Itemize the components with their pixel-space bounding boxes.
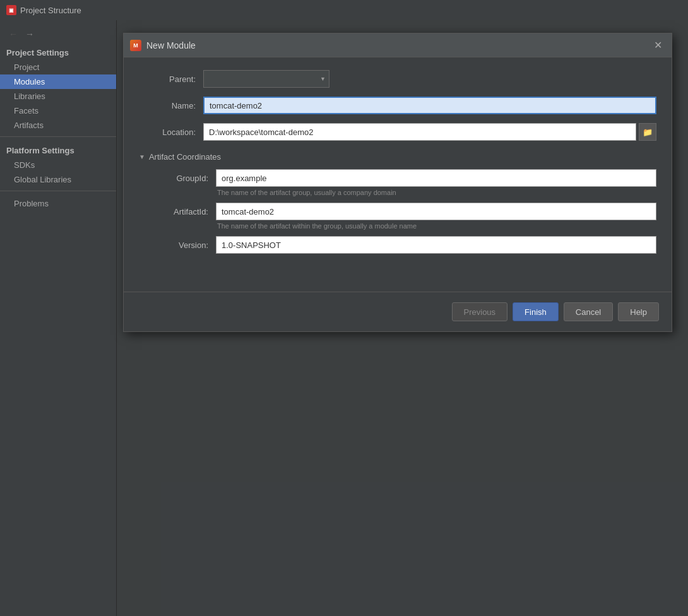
groupid-label: GroupId: [151,174,208,183]
artifactid-input[interactable] [216,203,656,220]
dialog-footer: Previous Finish Cancel Help [124,292,672,331]
help-button[interactable]: Help [618,302,659,321]
app-title: Project Structure [20,6,81,15]
cancel-button[interactable]: Cancel [564,302,613,321]
close-button[interactable]: ✕ [650,38,665,53]
artifact-section-title: Artifact Coordinates [149,152,221,162]
name-label: Name: [139,101,196,110]
sidebar-nav: ← → [0,25,116,43]
sidebar-divider [0,136,116,137]
dialog-titlebar: M New Module ✕ [124,33,672,57]
sidebar-item-global-libraries[interactable]: Global Libraries [0,172,116,187]
sidebar-item-problems[interactable]: Problems [0,196,116,211]
nav-back-icon[interactable]: ← [6,28,20,40]
artifactid-hint: The name of the artifact within the grou… [217,222,656,230]
location-row: Location: 📁 [139,123,656,141]
groupid-row: GroupId: The name of the artifact group,… [151,169,656,196]
parent-label: Parent: [139,74,196,84]
platform-settings-title: Platform Settings [0,141,116,158]
artifactid-field-row: ArtifactId: [151,203,656,220]
groupid-field-row: GroupId: [151,169,656,187]
name-input[interactable] [203,97,656,114]
artifact-header[interactable]: ▼ Artifact Coordinates [139,152,656,162]
parent-select-wrapper [203,70,329,88]
finish-button[interactable]: Finish [513,302,559,321]
groupid-hint: The name of the artifact group, usually … [217,189,656,196]
artifact-section: ▼ Artifact Coordinates GroupId: The name… [139,152,656,254]
sidebar-divider-2 [0,191,116,191]
dialog-title: New Module [146,40,645,50]
sidebar-item-modules[interactable]: Modules [0,74,116,89]
nav-forward-icon[interactable]: → [23,28,37,40]
artifactid-row: ArtifactId: The name of the artifact wit… [151,203,656,230]
app-icon: ▣ [6,5,16,15]
name-row: Name: [139,97,656,114]
version-row: Version: [151,236,656,254]
sidebar-item-artifacts[interactable]: Artifacts [0,118,116,133]
title-bar: ▣ Project Structure [0,0,688,20]
folder-icon: 📁 [643,127,653,137]
browse-button[interactable]: 📁 [639,123,656,141]
sidebar-item-sdks[interactable]: SDKs [0,158,116,172]
location-wrapper: 📁 [203,123,656,141]
version-input[interactable] [216,236,656,254]
sidebar-item-project[interactable]: Project [0,60,116,74]
content-area: M New Module ✕ Parent: [117,20,688,616]
parent-select[interactable] [203,70,329,88]
dialog-icon: M [130,40,141,51]
sidebar-item-facets[interactable]: Facets [0,104,116,118]
project-settings-title: Project Settings [0,43,116,60]
artifactid-label: ArtifactId: [151,207,208,216]
location-label: Location: [139,127,196,137]
collapse-icon: ▼ [139,153,145,160]
version-label: Version: [151,240,208,250]
groupid-input[interactable] [216,169,656,187]
artifact-fields: GroupId: The name of the artifact group,… [139,169,656,254]
parent-row: Parent: [139,70,656,88]
sidebar-item-libraries[interactable]: Libraries [0,89,116,104]
new-module-dialog: M New Module ✕ Parent: [123,33,672,332]
location-input[interactable] [203,123,636,141]
sidebar: ← → Project Settings Project Modules Lib… [0,20,117,616]
previous-button[interactable]: Previous [452,302,508,321]
dialog-body: Parent: Name: Location: [124,57,672,266]
version-field-row: Version: [151,236,656,254]
